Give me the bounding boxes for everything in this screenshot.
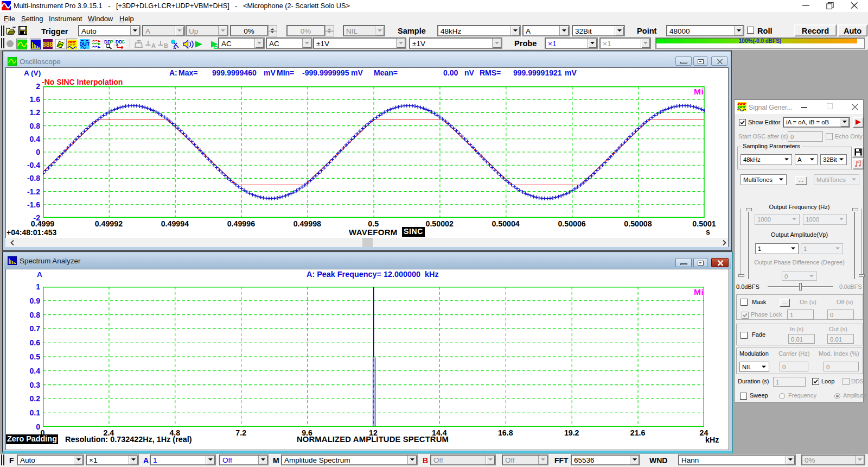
- svg-text:888: 888: [43, 41, 53, 48]
- svg-text:P: P: [110, 39, 113, 45]
- svg-text:DUT: DUT: [80, 41, 90, 47]
- svg-text:C: C: [122, 39, 125, 45]
- svg-text:B: B: [164, 42, 168, 49]
- svg-text:A: A: [151, 42, 156, 49]
